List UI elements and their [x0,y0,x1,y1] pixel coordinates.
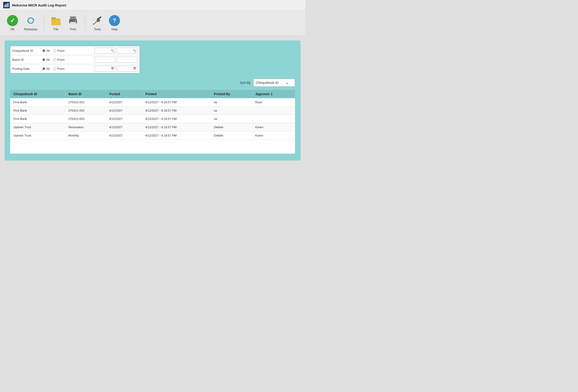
chequebook-to-input[interactable] [117,48,138,54]
sort-by-row: Sort By Chequebook ID ⌄ [10,79,295,87]
radio-batch-from[interactable] [53,58,56,61]
cell-row1-col5 [252,107,295,115]
file-button[interactable]: File [48,14,64,32]
filter-label-batch: Batch ID [12,58,42,61]
cell-row0-col2: 4/12/2027 [106,98,142,107]
svg-rect-9 [75,20,76,21]
print-label: Print [70,28,76,31]
cell-row2-col0: First Bank [10,115,65,123]
cell-row3-col2: 4/12/2027 [106,123,142,131]
table-header: Chequebook ID Batch ID Posted Printed Pr… [10,90,295,98]
svg-rect-8 [70,22,76,25]
filter-input-chequebook-from: 🔍 [95,48,115,54]
col-header-chequebook-id: Chequebook ID [10,90,65,98]
table-row[interactable]: Uptown TrustRenovation4/12/20274/12/2027… [10,123,295,131]
radio-chequebook-all[interactable] [42,49,45,52]
filter-radio-chequebook: All From: [42,49,95,52]
cell-row1-col1: 270412-002 [65,107,106,115]
toolbar-group-2: File Print [44,14,85,32]
ok-icon: ✓ [7,15,18,26]
toolbar-group-1: ✓ OK Redisplay [5,14,44,32]
filter-radio-chequebook-all[interactable]: All [42,49,49,52]
filter-radio-batch-from[interactable]: From: [53,58,65,61]
filter-input-date-from: 📅 [95,66,115,72]
cell-row3-col3: 4/12/2027 - 6:18:57 PM [142,123,211,131]
filter-row-batch: Batch ID All From: [10,55,140,64]
cell-row1-col4: sa [211,107,252,115]
cell-row3-col0: Uptown Trust [10,123,65,131]
filter-inputs-date: 📅 📅 [95,66,138,72]
radio-date-all[interactable] [42,67,45,70]
tools-icon [92,15,103,26]
svg-rect-1 [5,4,6,7]
cell-row0-col3: 4/12/2027 - 6:18:57 PM [142,98,211,107]
ok-button[interactable]: ✓ OK [5,14,20,32]
filter-section: Chequebook ID All From: 🔍 [10,46,140,73]
col-header-approver1: Approver 1 [252,90,295,98]
cell-row4-col0: Uptown Trust [10,131,65,140]
filter-input-date-to: 📅 [117,66,138,72]
table-body: First Bank270412-0014/12/20274/12/2027 -… [10,98,295,140]
date-to-input[interactable] [117,66,138,72]
toolbar-group-3: Tools ? Help [85,14,126,32]
filter-radio-chequebook-from[interactable]: From: [53,49,65,52]
cell-row1-col2: 4/12/2027 [106,107,142,115]
cell-row2-col4: sa [211,115,252,123]
cell-row3-col4: Debbie [211,123,252,131]
data-table: Chequebook ID Batch ID Posted Printed Pr… [10,90,295,140]
cell-row4-col3: 4/12/2027 - 6:18:57 PM [142,131,211,140]
table-row[interactable]: First Bank270412-0024/12/20274/12/2027 -… [10,107,295,115]
chequebook-from-input[interactable] [95,48,115,54]
filter-radio-date-from[interactable]: From: [53,67,65,71]
print-icon [67,15,79,26]
table-row[interactable]: First Bank270412-0014/12/20274/12/2027 -… [10,98,295,107]
window-title: Mekorma MICR Audit Log Report [12,3,66,7]
filter-input-batch-from [95,57,115,63]
radio-chequebook-from[interactable] [53,49,56,52]
help-icon: ? [109,15,120,26]
filter-input-chequebook-to: 🔍 [117,48,138,54]
sort-by-select[interactable]: Chequebook ID ⌄ [253,79,295,87]
cell-row2-col1: 270412-003 [65,115,106,123]
filter-input-batch-to [117,57,138,63]
tools-button[interactable]: Tools [90,14,105,32]
redisplay-button[interactable]: Redisplay [22,14,40,32]
radio-date-from[interactable] [53,67,56,70]
filter-row-chequebook: Chequebook ID All From: 🔍 [10,46,140,55]
date-from-input[interactable] [95,66,115,72]
cell-row4-col5: Karen [252,131,295,140]
cell-row0-col4: sa [211,98,252,107]
svg-rect-3 [8,3,8,7]
filter-row-date: Posting Date All From: 📅 [10,64,140,73]
filter-inputs-batch [95,57,138,63]
batch-from-input[interactable] [95,57,115,63]
print-button[interactable]: Print [65,14,81,32]
filter-radio-date-all[interactable]: All [42,67,49,71]
filter-radio-date: All From: [42,67,95,71]
cell-row4-col4: Debbie [211,131,252,140]
cell-row4-col1: Monthly [65,131,106,140]
filter-radio-batch-all[interactable]: All [42,58,49,61]
col-header-posted: Posted [106,90,142,98]
radio-batch-all[interactable] [42,58,45,61]
sort-by-value: Chequebook ID [256,81,278,84]
ok-label: OK [10,28,15,31]
cell-row0-col0: First Bank [10,98,65,107]
help-button[interactable]: ? Help [107,14,122,32]
col-header-printed-by: Printed By [211,90,252,98]
help-label: Help [111,28,118,31]
tools-label: Tools [94,28,101,31]
redisplay-icon [25,15,36,26]
cell-row4-col2: 4/12/2027 [106,131,142,140]
sort-by-label: Sort By [240,81,251,84]
table-footer [10,140,295,154]
table-row[interactable]: Uptown TrustMonthly4/12/20274/12/2027 - … [10,131,295,140]
cell-row3-col5: Karen [252,123,295,131]
filter-label-date: Posting Date [12,67,42,71]
cell-row1-col0: First Bank [10,107,65,115]
file-icon [50,15,61,26]
chevron-down-icon: ⌄ [285,80,289,85]
svg-rect-0 [4,5,5,7]
table-row[interactable]: First Bank270412-0034/12/20274/12/2027 -… [10,115,295,123]
batch-to-input[interactable] [117,57,138,63]
